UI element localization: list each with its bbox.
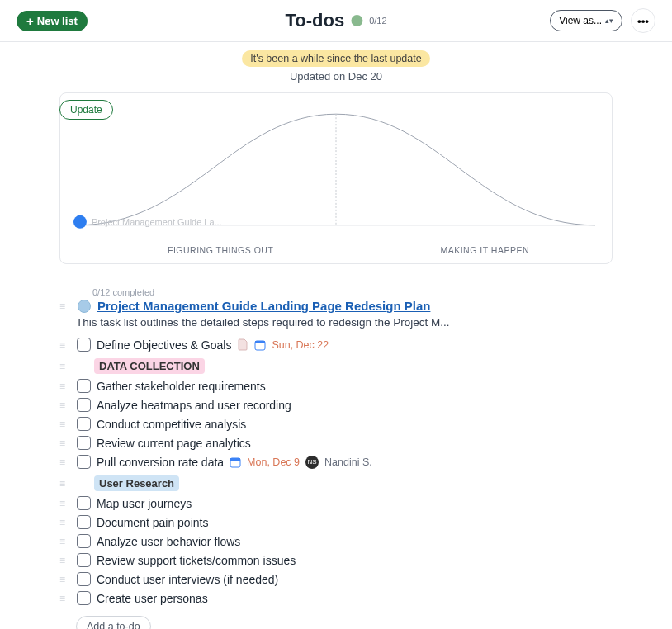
- hill-chart-svg: Project Management Guide La...: [69, 102, 603, 242]
- list-title-row: ≡ Project Management Guide Landing Page …: [59, 299, 588, 313]
- task-row[interactable]: ≡Document pain points: [59, 513, 588, 532]
- task-label: Analyze user behavior flows: [97, 535, 240, 548]
- task-row[interactable]: ≡Review support tickets/common issues: [59, 551, 588, 570]
- title-block: To-dos 0/12: [285, 10, 386, 31]
- header-right: View as... ▴▾ •••: [550, 8, 655, 33]
- view-as-label: View as...: [559, 15, 602, 26]
- task-row[interactable]: ≡Conduct competitive analysis: [59, 414, 588, 433]
- calendar-icon[interactable]: [254, 339, 266, 351]
- stale-banner: It's been a while since the last update: [242, 50, 429, 67]
- checkbox[interactable]: [77, 436, 91, 450]
- hill-marker-icon: [73, 215, 87, 229]
- updown-icon: ▴▾: [605, 17, 613, 25]
- task-row[interactable]: ≡Define Objectives & GoalsSun, Dec 22: [59, 335, 588, 354]
- drag-handle-icon[interactable]: ≡: [59, 555, 71, 566]
- list-color-dot-icon: [78, 300, 91, 313]
- drag-handle-icon[interactable]: ≡: [59, 381, 71, 392]
- due-date: Mon, Dec 9: [247, 456, 300, 468]
- section-heading[interactable]: User Research: [94, 475, 179, 491]
- task-row[interactable]: ≡Analyze user behavior flows: [59, 532, 588, 551]
- banner-area: It's been a while since the last update …: [0, 42, 672, 83]
- count-badge: 0/12: [369, 16, 386, 26]
- task-label: Conduct user interviews (if needed): [97, 573, 278, 586]
- hill-marker-label: Project Management Guide La...: [92, 217, 222, 227]
- svg-rect-5: [230, 458, 240, 461]
- checkbox[interactable]: [77, 534, 91, 548]
- checkbox[interactable]: [77, 417, 91, 431]
- drag-handle-icon[interactable]: ≡: [59, 300, 71, 312]
- task-row[interactable]: ≡Pull conversion rate dataMon, Dec 9NSNa…: [59, 452, 588, 471]
- list-block: 0/12 completed ≡ Project Management Guid…: [59, 287, 588, 629]
- more-menu-button[interactable]: •••: [631, 8, 655, 33]
- hill-label-left: FIGURING THINGS OUT: [168, 245, 273, 255]
- document-icon[interactable]: [237, 338, 248, 352]
- drag-handle-icon[interactable]: ≡: [59, 536, 71, 547]
- drag-handle-icon[interactable]: ≡: [59, 593, 71, 604]
- hill-labels: FIGURING THINGS OUT MAKING IT HAPPEN: [69, 242, 603, 258]
- due-date: Sun, Dec 22: [272, 339, 329, 351]
- task-row[interactable]: ≡Review current page analytics: [59, 433, 588, 452]
- drag-handle-icon[interactable]: ≡: [59, 339, 71, 351]
- task-row[interactable]: ≡Analyze heatmaps and user recording: [59, 395, 588, 414]
- drag-handle-icon[interactable]: ≡: [59, 517, 71, 528]
- task-row[interactable]: ≡Gather stakeholder requirements: [59, 376, 588, 395]
- checkbox[interactable]: [77, 398, 91, 412]
- task-label: Review current page analytics: [97, 437, 251, 450]
- hill-label-right: MAKING IT HAPPEN: [440, 245, 529, 255]
- page-title: To-dos: [285, 10, 344, 31]
- drag-handle-icon[interactable]: ≡: [59, 361, 71, 372]
- drag-handle-icon[interactable]: ≡: [59, 574, 71, 585]
- new-list-button[interactable]: + New list: [17, 11, 88, 31]
- view-as-button[interactable]: View as... ▴▾: [550, 10, 622, 31]
- svg-rect-3: [255, 341, 265, 343]
- calendar-icon[interactable]: [230, 456, 241, 468]
- avatar-icon[interactable]: NS: [305, 456, 319, 469]
- task-label: Analyze heatmaps and user recording: [97, 399, 291, 412]
- task-row[interactable]: ≡Map user journeys: [59, 494, 588, 513]
- checkbox[interactable]: [77, 455, 91, 469]
- task-label: Gather stakeholder requirements: [97, 380, 266, 393]
- task-row[interactable]: ≡Conduct user interviews (if needed): [59, 570, 588, 589]
- list-title-link[interactable]: Project Management Guide Landing Page Re…: [97, 299, 430, 313]
- ellipsis-icon: •••: [637, 15, 649, 27]
- drag-handle-icon[interactable]: ≡: [59, 456, 71, 468]
- updated-on-text: Updated on Dec 20: [0, 70, 672, 83]
- checkbox[interactable]: [77, 591, 91, 605]
- task-label: Conduct competitive analysis: [97, 418, 246, 431]
- new-list-label: New list: [37, 15, 78, 27]
- status-dot-icon: [351, 15, 362, 26]
- checkbox[interactable]: [77, 338, 91, 352]
- task-label: Define Objectives & Goals: [97, 338, 231, 352]
- task-label: Document pain points: [97, 516, 208, 529]
- plus-icon: +: [26, 15, 34, 27]
- add-todo-button[interactable]: Add a to-do: [76, 616, 151, 629]
- task-row[interactable]: ≡Create user personas: [59, 589, 588, 608]
- header: + New list To-dos 0/12 View as... ▴▾ •••: [0, 0, 672, 42]
- section-row: ≡ DATA COLLECTION: [59, 354, 588, 376]
- task-label: Pull conversion rate data: [97, 456, 224, 469]
- checkbox[interactable]: [77, 379, 91, 393]
- checkbox[interactable]: [77, 515, 91, 529]
- assignee-name: Nandini S.: [324, 456, 372, 468]
- list-description: This task list outlines the detailed ste…: [76, 316, 588, 329]
- completed-count: 0/12 completed: [92, 287, 588, 297]
- drag-handle-icon[interactable]: ≡: [59, 478, 71, 489]
- checkbox[interactable]: [77, 553, 91, 567]
- checkbox[interactable]: [77, 572, 91, 586]
- section-heading[interactable]: DATA COLLECTION: [94, 358, 205, 374]
- task-label: Map user journeys: [97, 497, 192, 510]
- update-button[interactable]: Update: [59, 100, 113, 120]
- drag-handle-icon[interactable]: ≡: [59, 419, 71, 430]
- section-row: ≡ User Research: [59, 471, 588, 494]
- drag-handle-icon[interactable]: ≡: [59, 498, 71, 509]
- drag-handle-icon[interactable]: ≡: [59, 437, 71, 449]
- hill-chart[interactable]: Project Management Guide La... FIGURING …: [59, 92, 613, 264]
- task-label: Review support tickets/common issues: [97, 554, 296, 567]
- drag-handle-icon[interactable]: ≡: [59, 400, 71, 411]
- checkbox[interactable]: [77, 496, 91, 510]
- task-label: Create user personas: [97, 592, 208, 605]
